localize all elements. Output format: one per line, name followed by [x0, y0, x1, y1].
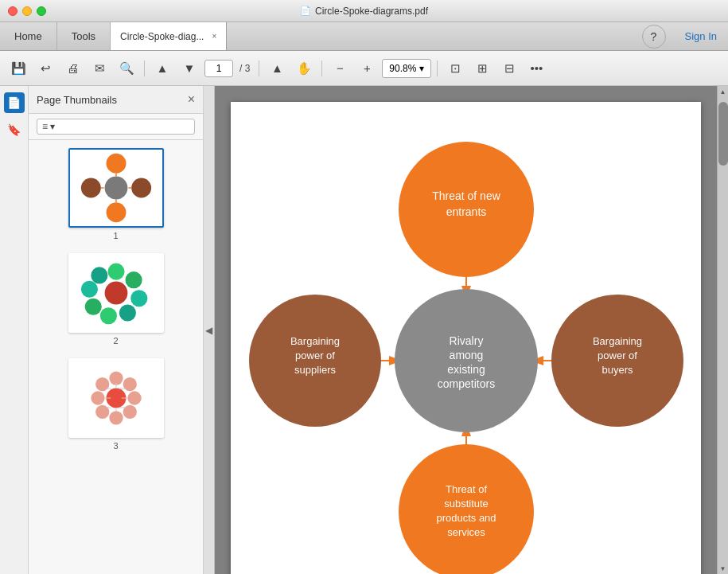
- thumbnail-page-1[interactable]: 1: [37, 148, 195, 240]
- close-button[interactable]: [8, 6, 18, 16]
- center-label-4: competitors: [437, 377, 494, 390]
- bookmarks-icon[interactable]: 🔖: [4, 119, 25, 140]
- svg-point-15: [119, 304, 135, 321]
- sort-arrow: ▾: [50, 121, 55, 132]
- pdf-icon: 📄: [300, 6, 311, 16]
- more-button[interactable]: •••: [524, 57, 548, 80]
- sign-in-button[interactable]: Sign In: [674, 22, 728, 50]
- left-label-3: suppliers: [294, 364, 336, 376]
- svg-point-4: [131, 178, 151, 198]
- thumb-svg-2: [70, 255, 162, 331]
- title-text: Circle-Spoke-diagrams.pdf: [315, 6, 428, 17]
- zoom-value: 90.8%: [389, 63, 416, 74]
- right-label-1: Bargaining: [592, 335, 641, 347]
- thumbnails-close-button[interactable]: ×: [188, 92, 195, 107]
- sidebar-icons: 📄 🔖: [0, 86, 29, 574]
- tab-close-button[interactable]: ×: [212, 32, 216, 41]
- thumbnails-toolbar: ≡ ▾: [29, 114, 203, 140]
- pdf-page: Rivalry among existing competitors Threa…: [231, 102, 701, 574]
- thumb-frame-2: [68, 253, 164, 333]
- hand-tool-button[interactable]: ✋: [292, 57, 316, 80]
- left-label-1: Bargaining: [290, 335, 339, 347]
- save-button[interactable]: 💾: [6, 57, 30, 80]
- tab-home[interactable]: Home: [0, 22, 57, 50]
- scroll-thumb[interactable]: [718, 102, 728, 166]
- thumbnail-page-2[interactable]: 2: [37, 253, 195, 346]
- zoom-arrow-icon: ▾: [419, 63, 424, 74]
- tab-spacer: [227, 22, 633, 50]
- tab-tools[interactable]: Tools: [57, 22, 111, 50]
- thumb-num-3: 3: [113, 441, 118, 451]
- svg-point-18: [80, 281, 97, 298]
- thumb-svg-1: [70, 150, 162, 226]
- scroll-up-arrow[interactable]: ▲: [718, 86, 728, 97]
- page-total: / 3: [239, 63, 250, 74]
- thumb-num-2: 2: [113, 336, 118, 346]
- top-label-2: entrants: [446, 205, 486, 218]
- thumbnails-list: 1: [29, 140, 203, 574]
- maximize-button[interactable]: [37, 6, 46, 16]
- svg-point-11: [104, 282, 127, 305]
- zoom-in-button[interactable]: +: [355, 57, 379, 80]
- tab-file[interactable]: Circle-Spoke-diag... ×: [111, 22, 227, 50]
- top-label-1: Threat of new: [432, 189, 500, 202]
- pdf-viewer[interactable]: Rivalry among existing competitors Threa…: [215, 86, 717, 574]
- cursor-tool-button[interactable]: ▲: [265, 57, 289, 80]
- svg-point-29: [95, 377, 109, 391]
- svg-point-2: [106, 154, 126, 174]
- zoom-level-select[interactable]: 90.8% ▾: [382, 59, 431, 78]
- thumb-frame-3: [68, 358, 164, 438]
- svg-point-13: [125, 271, 142, 288]
- email-button[interactable]: ✉: [88, 57, 111, 80]
- title-bar: 📄 Circle-Spoke-diagrams.pdf: [0, 0, 728, 22]
- toolbar-separator-2: [259, 61, 259, 76]
- bottom-label-1: Threat of: [445, 483, 486, 495]
- svg-point-28: [91, 391, 104, 404]
- svg-point-5: [106, 202, 126, 222]
- svg-point-17: [84, 299, 101, 315]
- toolbar-separator-3: [321, 61, 322, 76]
- thumbnails-panel: Page Thumbnails × ≡ ▾: [29, 86, 204, 574]
- svg-point-12: [107, 264, 124, 280]
- scrollbar-right[interactable]: ▲ ▼: [717, 86, 728, 574]
- thumbnails-title: Page Thumbnails: [37, 94, 117, 106]
- left-label-2: power of: [295, 349, 335, 361]
- thumbnails-sort-button[interactable]: ≡ ▾: [37, 119, 195, 135]
- print-button[interactable]: 🖨: [60, 57, 84, 80]
- scroll-down-arrow[interactable]: ▼: [718, 563, 728, 574]
- thumbnails-icon[interactable]: 📄: [4, 92, 25, 113]
- diagram-svg: Rivalry among existing competitors Threa…: [243, 114, 689, 574]
- minimize-button[interactable]: [22, 6, 32, 16]
- thumbnail-page-3[interactable]: 3: [37, 358, 195, 451]
- help-button[interactable]: ?: [642, 25, 666, 49]
- bottom-label-3: products and: [436, 512, 496, 524]
- prev-page-button[interactable]: ▲: [150, 57, 174, 80]
- thumb-svg-3: [70, 360, 162, 436]
- center-label-2: among: [449, 349, 483, 361]
- right-label-3: buyers: [601, 364, 633, 376]
- full-screen-button[interactable]: ⊟: [497, 57, 521, 80]
- page-number-input[interactable]: [204, 60, 233, 77]
- next-page-button[interactable]: ▼: [177, 57, 201, 80]
- thumbnails-header: Page Thumbnails ×: [29, 86, 203, 114]
- toolbar-separator-1: [144, 61, 145, 76]
- svg-point-27: [95, 405, 109, 419]
- svg-point-14: [130, 290, 147, 307]
- collapse-panel-button[interactable]: ◀: [204, 86, 215, 574]
- tab-file-label: Circle-Spoke-diag...: [120, 31, 204, 42]
- fit-page-button[interactable]: ⊡: [443, 57, 467, 80]
- center-label-1: Rivalry: [449, 334, 483, 347]
- thumb-num-1: 1: [113, 231, 118, 240]
- window-title: 📄 Circle-Spoke-diagrams.pdf: [300, 6, 428, 17]
- sort-icon: ≡: [42, 121, 48, 132]
- zoom-out-button[interactable]: −: [328, 57, 352, 80]
- thumb-frame-1: [68, 148, 164, 228]
- fit-width-button[interactable]: ⊞: [470, 57, 494, 80]
- search-button[interactable]: 🔍: [115, 57, 138, 80]
- right-label-2: power of: [598, 349, 637, 361]
- svg-point-1: [104, 177, 127, 200]
- toolbar-separator-4: [437, 61, 438, 76]
- traffic-lights: [8, 6, 46, 16]
- undo-button[interactable]: ↩: [33, 57, 57, 80]
- svg-point-26: [109, 411, 123, 424]
